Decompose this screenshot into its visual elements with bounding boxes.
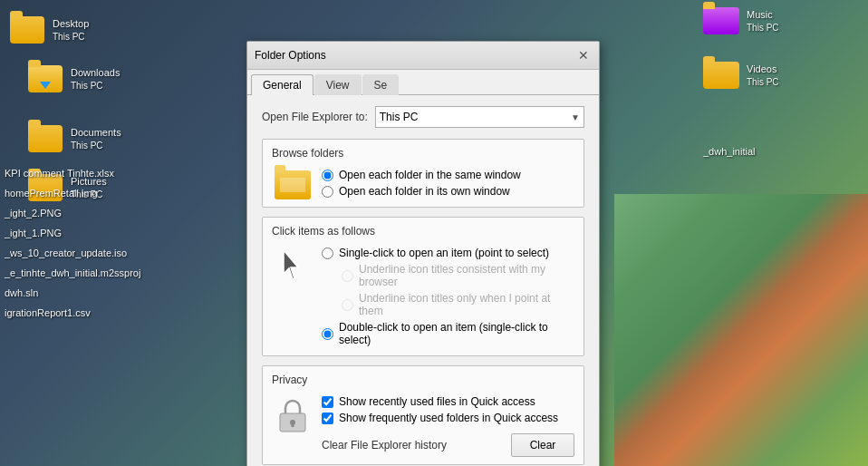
click-items-title: Click items as follows xyxy=(272,225,574,238)
open-explorer-row: Open File Explorer to: This PC Quick acc… xyxy=(262,106,584,128)
file-list: _dwh_initial xyxy=(703,143,861,161)
privacy-icon xyxy=(276,397,309,433)
left-file-list: KPI comment Tinhte.xlsx homePremRetail.i… xyxy=(0,163,145,323)
browse-folders-content: Open each folder in the same window Open… xyxy=(272,167,574,199)
clear-history-label: Clear File Explorer history xyxy=(322,439,447,451)
right-desktop-icons: MusicThis PC VideosThis PC _dwh_initial xyxy=(696,0,868,466)
browse-same-window-radio[interactable] xyxy=(322,170,333,181)
browse-folders-icon-area xyxy=(272,167,313,199)
privacy-icon-area xyxy=(272,393,313,433)
browse-own-window-row[interactable]: Open each folder in its own window xyxy=(322,183,521,199)
single-click-row[interactable]: Single-click to open an item (point to s… xyxy=(322,245,574,261)
recent-files-label: Show recently used files in Quick access xyxy=(339,395,535,408)
underline-point-label: Underline icon titles only when I point … xyxy=(359,292,574,317)
svg-rect-3 xyxy=(291,422,294,427)
frequent-folders-label: Show frequently used folders in Quick ac… xyxy=(339,412,558,424)
dialog-titlebar: Folder Options ✕ xyxy=(247,42,599,70)
browse-folders-section: Browse folders Open each folder in the s… xyxy=(262,139,584,208)
desktop-icon-downloads[interactable]: DownloadsThis PC xyxy=(23,58,140,100)
single-click-label: Single-click to open an item (point to s… xyxy=(339,247,549,259)
privacy-options: Show recently used files in Quick access… xyxy=(322,393,574,457)
browse-same-window-row[interactable]: Open each folder in the same window xyxy=(322,167,521,183)
browse-folder-icon xyxy=(275,170,311,199)
file-sln[interactable]: dwh.sln xyxy=(5,283,140,303)
privacy-section: Privacy Show recently used files in Quic… xyxy=(262,365,584,465)
single-click-radio[interactable] xyxy=(322,248,333,259)
click-items-icon-area xyxy=(272,245,313,283)
open-explorer-select[interactable]: This PC Quick access xyxy=(380,109,580,125)
file-home[interactable]: homePremRetail.img xyxy=(5,183,140,203)
clear-history-row: Clear File Explorer history Clear xyxy=(322,433,574,457)
dialog-tabs: General View Se xyxy=(247,70,599,95)
desktop-icon-desktop[interactable]: DesktopThis PC xyxy=(5,9,140,51)
privacy-title: Privacy xyxy=(272,374,574,386)
file-item[interactable]: _dwh_initial xyxy=(703,143,861,161)
file-iso[interactable]: _ws_10_creator_update.iso xyxy=(5,243,140,263)
browse-own-window-radio[interactable] xyxy=(322,186,333,198)
file-m2s[interactable]: _e_tinhte_dwh_initial.m2ssproj xyxy=(5,263,140,283)
desktop-icon-documents[interactable]: DocumentsThis PC xyxy=(23,118,140,160)
open-explorer-label: Open File Explorer to: xyxy=(262,111,368,123)
underline-browser-radio xyxy=(342,270,353,282)
frequent-folders-checkbox[interactable] xyxy=(322,413,333,424)
underline-point-row: Underline icon titles only when I point … xyxy=(342,290,574,319)
cursor-icon xyxy=(280,248,305,283)
dialog-close-button[interactable]: ✕ xyxy=(575,47,592,63)
recent-files-row[interactable]: Show recently used files in Quick access xyxy=(322,393,574,410)
desktop-icon-music[interactable]: MusicThis PC xyxy=(703,7,861,34)
recent-files-checkbox[interactable] xyxy=(322,396,333,408)
file-kpi[interactable]: KPI comment Tinhte.xlsx xyxy=(5,163,140,183)
file-csv[interactable]: igrationReport1.csv xyxy=(5,303,140,323)
open-explorer-dropdown[interactable]: This PC Quick access ▼ xyxy=(375,106,584,128)
double-click-radio[interactable] xyxy=(322,328,333,340)
browse-same-window-label: Open each folder in the same window xyxy=(339,169,521,181)
browse-folders-title: Browse folders xyxy=(272,147,574,160)
double-click-row[interactable]: Double-click to open an item (single-cli… xyxy=(322,319,574,348)
browse-own-window-label: Open each folder in its own window xyxy=(339,185,510,198)
click-items-content: Single-click to open an item (point to s… xyxy=(272,245,574,348)
tab-search[interactable]: Se xyxy=(362,74,400,95)
file-light1[interactable]: _ight_1.PNG xyxy=(5,223,140,243)
desktop-icon-videos[interactable]: VideosThis PC xyxy=(703,62,861,89)
tab-view[interactable]: View xyxy=(314,74,362,95)
svg-marker-0 xyxy=(284,250,298,279)
double-click-label: Double-click to open an item (single-cli… xyxy=(339,321,574,346)
dialog-body: Open File Explorer to: This PC Quick acc… xyxy=(247,95,599,466)
file-light2[interactable]: _ight_2.PNG xyxy=(5,203,140,223)
frequent-folders-row[interactable]: Show frequently used folders in Quick ac… xyxy=(322,410,574,426)
underline-browser-row: Underline icon titles consistent with my… xyxy=(342,261,574,290)
underline-point-radio xyxy=(342,299,353,311)
click-items-options: Single-click to open an item (point to s… xyxy=(322,245,574,348)
click-items-section: Click items as follows Single-click to o… xyxy=(262,217,584,356)
tab-general[interactable]: General xyxy=(251,74,313,95)
underline-browser-label: Underline icon titles consistent with my… xyxy=(359,263,574,288)
browse-folders-options: Open each folder in the same window Open… xyxy=(322,167,521,199)
privacy-content: Show recently used files in Quick access… xyxy=(272,393,574,457)
folder-options-dialog: Folder Options ✕ General View Se Open Fi… xyxy=(246,41,600,466)
dialog-title: Folder Options xyxy=(255,49,326,62)
clear-button[interactable]: Clear xyxy=(511,433,574,457)
